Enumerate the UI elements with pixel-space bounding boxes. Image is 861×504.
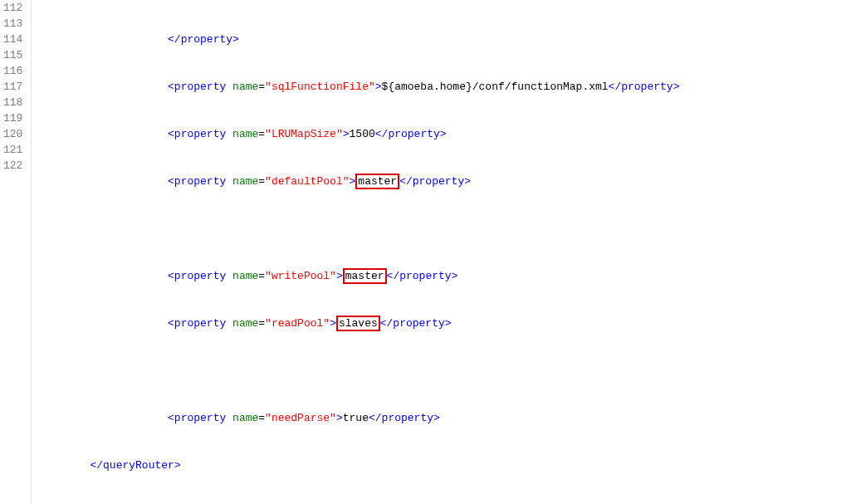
line-number: 115 bbox=[3, 47, 31, 63]
line-number: 121 bbox=[3, 142, 31, 158]
code-line: <property name="defaultPool">master</pro… bbox=[38, 174, 861, 189]
code-line: </queryRouter> bbox=[38, 458, 861, 473]
line-number: 116 bbox=[3, 63, 31, 79]
code-line: <property name="sqlFunctionFile">${amoeb… bbox=[38, 79, 861, 95]
highlight-box: master bbox=[343, 268, 387, 284]
line-number: 119 bbox=[3, 110, 31, 126]
line-number-gutter: 112 113 114 115 116 117 118 119 120 121 … bbox=[0, 0, 32, 504]
code-line: <property name="LRUMapSize">1500</proper… bbox=[38, 126, 861, 142]
code-line: <property name="needParse">true</propert… bbox=[38, 410, 861, 426]
code-line: <property name="readPool">slaves</proper… bbox=[38, 316, 861, 331]
line-number: 118 bbox=[3, 95, 31, 110]
code-content: </property> <property name="sqlFunctionF… bbox=[38, 0, 861, 504]
code-line: </property> bbox=[38, 32, 861, 47]
highlight-box: master bbox=[355, 174, 399, 189]
line-number: 120 bbox=[3, 126, 31, 142]
line-number: 114 bbox=[3, 32, 31, 47]
code-line bbox=[38, 221, 861, 237]
code-line: <property name="writePool">master</prope… bbox=[38, 268, 861, 284]
line-number: 113 bbox=[3, 16, 31, 32]
line-number: 117 bbox=[3, 79, 31, 95]
line-number: 112 bbox=[3, 0, 31, 16]
line-number: 122 bbox=[3, 158, 31, 174]
highlight-box: slaves bbox=[336, 316, 380, 331]
code-line bbox=[38, 363, 861, 379]
code-editor: 112 113 114 115 116 117 118 119 120 121 … bbox=[0, 0, 861, 504]
